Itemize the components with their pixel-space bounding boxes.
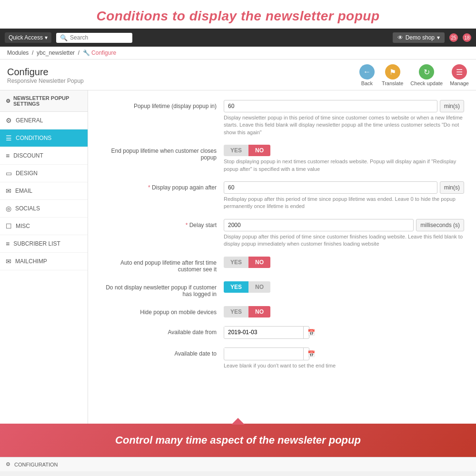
end-lifetime-toggle: YES NO xyxy=(224,145,464,156)
delay-start-input[interactable] xyxy=(224,219,414,231)
auto-end-yes-button[interactable]: YES xyxy=(224,257,248,268)
delay-start-unit: milliseconds (s) xyxy=(416,219,464,231)
no-logged-no-button[interactable]: NO xyxy=(248,281,270,293)
date-to-content: 📅 Leave blank if you don't want to set t… xyxy=(224,347,464,369)
config-bar: ⚙ CONFIGURATION xyxy=(0,457,476,471)
search-input[interactable] xyxy=(70,34,127,41)
breadcrumb-modules[interactable]: Modules xyxy=(7,50,29,56)
discount-icon: ≡ xyxy=(6,152,10,159)
design-icon: ▭ xyxy=(6,169,12,177)
top-banner-title: Conditions to display the newsletter pop… xyxy=(96,9,379,23)
form-row-popup-lifetime: Popup lifetime (display popup in) min(s)… xyxy=(100,100,464,136)
delay-start-content: milliseconds (s) Display popup after thi… xyxy=(224,219,464,248)
demo-shop-label: Demo shop xyxy=(406,34,435,41)
sidebar-discount-label: DISCOUNT xyxy=(13,152,43,159)
sidebar-item-conditions[interactable]: ☰ CONDITIONS xyxy=(0,129,88,147)
no-logged-yes-button[interactable]: YES xyxy=(224,281,248,293)
sidebar-item-discount[interactable]: ≡ DISCOUNT xyxy=(0,147,88,165)
sidebar-conditions-label: CONDITIONS xyxy=(16,135,51,141)
gear-icon-config: ⚙ xyxy=(6,461,10,467)
hide-mobile-toggle: YES NO xyxy=(224,306,464,317)
conditions-icon: ☰ xyxy=(6,134,12,142)
form-row-hide-mobile: Hide popup on mobile devices YES NO xyxy=(100,306,464,317)
date-from-input[interactable] xyxy=(224,327,303,338)
auto-end-toggle: YES NO xyxy=(224,257,464,268)
translate-label: Translate xyxy=(382,80,403,86)
demo-shop-button[interactable]: 👁 Demo shop ▾ xyxy=(393,32,445,43)
bottom-banner: Control many time aspect of the newslete… xyxy=(0,424,476,457)
sidebar-item-misc[interactable]: ☐ MISC xyxy=(0,218,88,235)
end-lifetime-content: YES NO Stop displaying popup in next tim… xyxy=(224,145,464,173)
delay-start-label: * Delay start xyxy=(100,219,224,228)
popup-lifetime-hint: Display newsletter popup in this period … xyxy=(224,114,464,136)
messages-badge[interactable]: 18 xyxy=(463,33,471,42)
configure-heading: Configure xyxy=(7,67,84,78)
form-row-date-from: Available date from 📅 xyxy=(100,326,464,339)
configure-actions: ← Back ⚑ Translate ↻ Check update ☰ Mana… xyxy=(359,64,469,86)
socials-icon: ◎ xyxy=(6,205,11,212)
top-nav: Quick Access ▾ 🔍 👁 Demo shop ▾ 25 18 xyxy=(0,29,476,47)
form-row-delay-start: * Delay start milliseconds (s) Display p… xyxy=(100,219,464,248)
date-to-hint: Leave blank if you don't want to set the… xyxy=(224,362,464,369)
back-button[interactable]: ← Back xyxy=(359,64,375,86)
manage-label: Manage xyxy=(450,80,469,86)
chevron-down-icon: ▾ xyxy=(437,34,440,41)
notifications-badge[interactable]: 25 xyxy=(449,33,458,42)
date-to-input[interactable] xyxy=(224,348,303,359)
sidebar-item-mailchimp[interactable]: ✉ MAILCHIMP xyxy=(0,253,88,270)
sidebar-item-design[interactable]: ▭ DESIGN xyxy=(0,165,88,182)
sidebar-item-email[interactable]: ✉ EMAIL xyxy=(0,182,88,200)
end-lifetime-yes-button[interactable]: YES xyxy=(224,145,248,156)
no-logged-content: YES NO xyxy=(224,281,464,293)
nav-right: 👁 Demo shop ▾ 25 18 xyxy=(393,32,471,43)
search-box[interactable]: 🔍 xyxy=(56,33,132,43)
main-layout: ⚙ NEWSLETTER POPUP SETTINGS ⚙ GENERAL ☰ … xyxy=(0,90,476,424)
form-row-date-to: Available date to 📅 Leave blank if you d… xyxy=(100,347,464,369)
popup-lifetime-input[interactable] xyxy=(224,100,437,112)
form-row-no-logged: Do not display newsletter popup if custo… xyxy=(100,281,464,298)
breadcrumb-ybc[interactable]: ybc_newsletter xyxy=(37,50,75,56)
date-from-label: Available date from xyxy=(100,326,224,336)
popup-lifetime-unit: min(s) xyxy=(440,100,464,112)
date-from-wrap: 📅 xyxy=(224,326,309,339)
sidebar-design-label: DESIGN xyxy=(16,170,38,177)
end-lifetime-label: End popup lifetime when customer closes … xyxy=(100,145,224,161)
check-update-button[interactable]: ↻ Check update xyxy=(410,64,443,86)
search-icon: 🔍 xyxy=(60,34,68,41)
sidebar-subscriber-label: SUBCRIBER LIST xyxy=(13,240,60,247)
check-update-label: Check update xyxy=(410,80,443,86)
manage-button[interactable]: ☰ Manage xyxy=(450,64,469,86)
no-logged-toggle: YES NO xyxy=(224,281,464,293)
form-row-end-lifetime: End popup lifetime when customer closes … xyxy=(100,145,464,173)
sidebar-header: ⚙ NEWSLETTER POPUP SETTINGS xyxy=(0,90,88,112)
sidebar: ⚙ NEWSLETTER POPUP SETTINGS ⚙ GENERAL ☰ … xyxy=(0,90,88,424)
top-banner: Conditions to display the newsletter pop… xyxy=(0,0,476,29)
back-icon: ← xyxy=(359,64,375,79)
display-again-unit: min(s) xyxy=(440,181,464,194)
eye-icon: 👁 xyxy=(397,34,403,41)
chevron-down-icon: ▾ xyxy=(45,34,48,41)
translate-icon: ⚑ xyxy=(385,64,400,79)
end-lifetime-no-button[interactable]: NO xyxy=(248,145,270,156)
quick-access-button[interactable]: Quick Access ▾ xyxy=(5,32,51,43)
no-logged-label: Do not display newsletter popup if custo… xyxy=(100,281,224,298)
calendar-icon-2[interactable]: 📅 xyxy=(303,348,319,360)
configure-header: Configure Responsive Newsletter Popup ← … xyxy=(0,60,476,90)
hide-mobile-yes-button[interactable]: YES xyxy=(224,306,248,317)
translate-button[interactable]: ⚑ Translate xyxy=(382,64,403,86)
sidebar-item-subscriber[interactable]: ≡ SUBCRIBER LIST xyxy=(0,235,88,253)
sidebar-email-label: EMAIL xyxy=(15,188,32,194)
calendar-icon[interactable]: 📅 xyxy=(303,327,319,338)
sidebar-item-general[interactable]: ⚙ GENERAL xyxy=(0,112,88,129)
popup-lifetime-content: min(s) Display newsletter popup in this … xyxy=(224,100,464,136)
display-again-input[interactable] xyxy=(224,181,437,194)
display-again-hint: Redisplay popup after this period of tim… xyxy=(224,196,464,210)
sidebar-socials-label: SOCIALS xyxy=(15,205,40,212)
sidebar-item-socials[interactable]: ◎ SOCIALS xyxy=(0,200,88,218)
badge2-count: 18 xyxy=(464,35,469,40)
content-area: Popup lifetime (display popup in) min(s)… xyxy=(88,90,476,424)
hide-mobile-no-button[interactable]: NO xyxy=(248,306,270,317)
sidebar-header-label: NEWSLETTER POPUP SETTINGS xyxy=(13,95,82,107)
bottom-banner-text: Control many time aspect of the newslete… xyxy=(115,434,361,446)
auto-end-no-button[interactable]: NO xyxy=(248,257,270,268)
